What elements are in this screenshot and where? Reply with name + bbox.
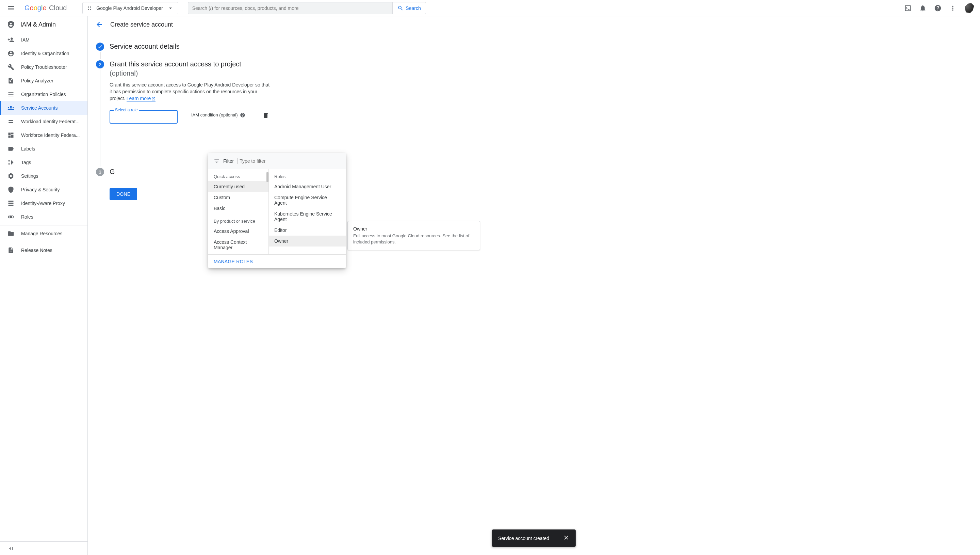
label-icon xyxy=(8,145,14,152)
chevron-down-icon xyxy=(167,5,174,11)
step-2: 2 Grant this service account access to p… xyxy=(96,60,980,168)
sidebar-nav: IAM Identity & Organization Policy Troub… xyxy=(0,33,88,541)
role-dropdown: Filter Quick access Currently used Custo… xyxy=(208,153,346,268)
snackbar-close-button[interactable] xyxy=(563,534,570,542)
sidebar-item-label: Policy Analyzer xyxy=(21,78,53,83)
svg-point-0 xyxy=(88,6,89,8)
delete-role-button[interactable] xyxy=(262,112,269,120)
sidebar-item-workload-identity[interactable]: Workload Identity Federat... xyxy=(0,115,88,128)
cloud-shell-button[interactable] xyxy=(901,2,914,15)
sidebar-item-roles[interactable]: Roles xyxy=(0,210,88,224)
help-button[interactable] xyxy=(931,2,945,15)
project-picker[interactable]: Google Play Android Developer xyxy=(82,2,178,14)
page-header: Create service account xyxy=(88,16,980,33)
dropdown-role-compute-agent[interactable]: Compute Engine Service Agent xyxy=(269,192,346,209)
account-avatar[interactable] xyxy=(964,3,975,14)
sidebar-item-settings[interactable]: Settings xyxy=(0,169,88,183)
gear-icon xyxy=(8,173,14,180)
sidebar-item-release-notes[interactable]: Release Notes xyxy=(0,244,88,257)
trash-icon xyxy=(262,112,269,119)
sidebar-divider xyxy=(0,225,88,225)
dropdown-cat-basic[interactable]: Basic xyxy=(208,203,269,214)
svg-point-2 xyxy=(88,8,89,10)
scrollbar-thumb[interactable] xyxy=(267,172,269,182)
sidebar-item-label: Workload Identity Federat... xyxy=(21,119,80,124)
dropdown-cat-custom[interactable]: Custom xyxy=(208,192,269,203)
folder-icon xyxy=(8,230,14,237)
document-search-icon xyxy=(8,77,14,84)
notifications-button[interactable] xyxy=(916,2,930,15)
workforce-icon xyxy=(8,132,14,139)
terminal-icon xyxy=(904,5,911,12)
sidebar-item-label: Release Notes xyxy=(21,247,53,253)
sidebar-item-label: Manage Resources xyxy=(21,231,62,236)
logo-text: Google Cloud xyxy=(24,4,67,12)
content-scroll[interactable]: Service account details 2 Grant this ser… xyxy=(88,33,980,555)
dropdown-footer: MANAGE ROLES xyxy=(208,254,346,268)
sidebar-item-labels[interactable]: Labels xyxy=(0,142,88,156)
dropdown-categories[interactable]: Quick access Currently used Custom Basic… xyxy=(208,169,269,254)
iam-shield-icon xyxy=(7,21,15,29)
sidebar-item-workforce-identity[interactable]: Workforce Identity Federa... xyxy=(0,128,88,142)
sidebar-item-label: Workforce Identity Federa... xyxy=(21,132,80,138)
done-button[interactable]: DONE xyxy=(110,188,137,200)
page-title: Create service account xyxy=(110,21,173,28)
sidebar-item-policy-analyzer[interactable]: Policy Analyzer xyxy=(0,74,88,88)
role-tooltip: Owner Full access to most Google Cloud r… xyxy=(347,221,480,250)
tag-icon xyxy=(8,159,14,166)
more-button[interactable] xyxy=(946,2,959,15)
step-1-indicator[interactable] xyxy=(96,43,104,51)
step-2-optional: (optional) xyxy=(110,69,980,77)
dropdown-cat-access-context[interactable]: Access Context Manager xyxy=(208,237,269,253)
filter-label: Filter xyxy=(223,158,234,164)
search-button[interactable]: Search xyxy=(392,2,425,14)
sidebar-item-label: IAM xyxy=(21,37,30,43)
back-button[interactable] xyxy=(95,21,104,29)
sidebar-divider xyxy=(0,242,88,242)
sidebar-collapse-button[interactable] xyxy=(0,541,88,555)
manage-roles-link[interactable]: MANAGE ROLES xyxy=(214,259,253,264)
sidebar-item-label: Identity & Organization xyxy=(21,51,69,56)
dropdown-roles[interactable]: Roles Android Management User Compute En… xyxy=(269,169,346,254)
dropdown-role-k8s-agent[interactable]: Kubernetes Engine Service Agent xyxy=(269,209,346,225)
sidebar-item-manage-resources[interactable]: Manage Resources xyxy=(0,227,88,241)
tooltip-title: Owner xyxy=(353,226,474,231)
sidebar-item-label: Tags xyxy=(21,160,31,165)
arrow-back-icon xyxy=(95,21,104,29)
external-link-icon xyxy=(152,97,155,101)
learn-more-link[interactable]: Learn more xyxy=(126,96,156,101)
main-panel: Create service account Service account d… xyxy=(88,16,980,555)
sidebar-item-identity-org[interactable]: Identity & Organization xyxy=(0,47,88,60)
sidebar-title[interactable]: IAM & Admin xyxy=(0,16,88,33)
close-icon xyxy=(563,534,570,541)
dropdown-role-owner[interactable]: Owner xyxy=(269,236,346,247)
filter-input[interactable] xyxy=(237,158,340,164)
sidebar-item-org-policies[interactable]: Organization Policies xyxy=(0,88,88,101)
dropdown-role-editor[interactable]: Editor xyxy=(269,225,346,236)
dropdown-cat-access-approval[interactable]: Access Approval xyxy=(208,226,269,237)
google-cloud-logo[interactable]: Google Cloud xyxy=(22,4,69,12)
dropdown-role-android-mgmt[interactable]: Android Management User xyxy=(269,181,346,192)
sidebar-item-label: Settings xyxy=(21,173,38,179)
tooltip-description: Full access to most Google Cloud resourc… xyxy=(353,233,474,245)
workload-icon xyxy=(8,118,14,125)
sidebar-item-service-accounts[interactable]: Service Accounts xyxy=(0,101,88,115)
svg-point-3 xyxy=(90,8,91,10)
sidebar-item-label: Privacy & Security xyxy=(21,187,60,192)
sidebar-item-privacy-security[interactable]: Privacy & Security xyxy=(0,183,88,196)
notes-icon xyxy=(8,247,14,253)
iam-condition-label[interactable]: IAM condition (optional) xyxy=(191,112,245,118)
check-icon xyxy=(98,44,103,50)
sidebar-item-tags[interactable]: Tags xyxy=(0,156,88,169)
sidebar-item-label: Organization Policies xyxy=(21,91,66,97)
sidebar-item-iap[interactable]: Identity-Aware Proxy xyxy=(0,196,88,210)
role-select[interactable]: Select a role xyxy=(110,110,177,124)
person-add-icon xyxy=(8,37,14,43)
search-input[interactable] xyxy=(188,5,393,11)
sidebar-item-iam[interactable]: IAM xyxy=(0,33,88,47)
sidebar-item-policy-troubleshooter[interactable]: Policy Troubleshooter xyxy=(0,60,88,74)
nav-menu-button[interactable] xyxy=(3,0,19,16)
group-label-roles: Roles xyxy=(269,169,346,181)
dropdown-cat-currently-used[interactable]: Currently used xyxy=(208,181,269,192)
list-icon xyxy=(8,91,14,98)
